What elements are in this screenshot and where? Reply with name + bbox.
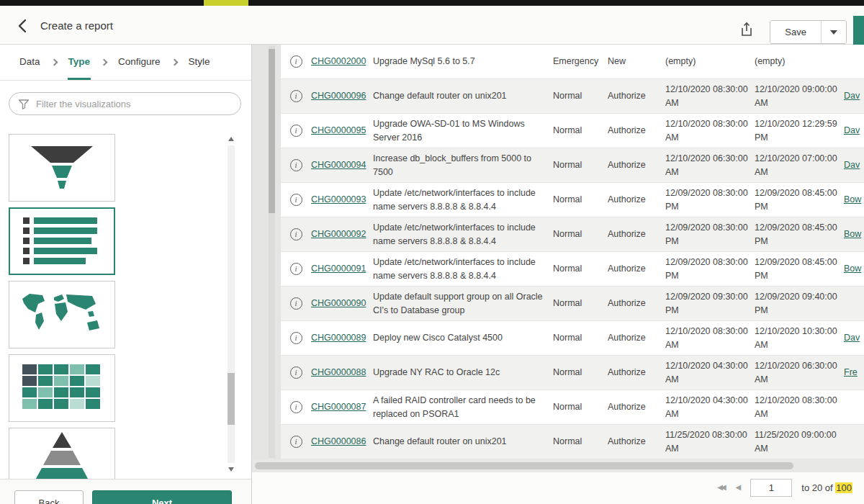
step-configure[interactable]: Configure: [117, 45, 161, 80]
info-icon[interactable]: [290, 436, 302, 448]
wizard-next-button[interactable]: Next: [92, 490, 232, 504]
step-style[interactable]: Style: [188, 45, 211, 80]
page-number-input[interactable]: [750, 479, 792, 497]
table-vertical-scrollbar[interactable]: [269, 46, 275, 458]
priority-value: Normal: [553, 158, 608, 171]
step-type[interactable]: Type: [68, 45, 91, 80]
planned-start-date: 12/10/2020 08:30:00 AM: [665, 325, 755, 351]
scroll-up-icon[interactable]: [228, 135, 235, 143]
scrollbar-thumb[interactable]: [228, 373, 235, 425]
assignee-link[interactable]: Fre: [844, 367, 858, 377]
info-icon[interactable]: [290, 55, 302, 68]
planned-end-date: 12/09/2020 08:45:00 PM: [755, 186, 844, 212]
world-map-icon: [18, 290, 106, 339]
planned-end-date: 12/09/2020 08:45:00 PM: [755, 256, 844, 282]
info-icon[interactable]: [290, 332, 302, 344]
viz-option-pyramid[interactable]: [9, 428, 115, 479]
table-row: CHG0002000 Upgrade MySql 5.6 to 5.7 Emer…: [281, 45, 864, 79]
change-number-link[interactable]: CHG0000090: [311, 298, 366, 308]
viz-option-world-map[interactable]: [9, 281, 115, 348]
table-row: CHG0000088 Upgrade NY RAC to Oracle 12c …: [281, 356, 864, 390]
planned-start-date: 12/10/2020 04:30:00 AM: [665, 359, 755, 385]
heatmap-chart-icon: [22, 364, 102, 412]
assignee-link[interactable]: Dav: [844, 160, 860, 170]
info-icon[interactable]: [290, 297, 302, 310]
priority-value: Normal: [553, 297, 608, 310]
info-icon[interactable]: [290, 366, 302, 379]
viz-option-list[interactable]: [9, 207, 115, 275]
info-icon[interactable]: [290, 263, 302, 275]
back-button[interactable]: [12, 15, 33, 37]
app-header: Create a report Save: [0, 6, 864, 45]
report-type-panel: Data Type Configure Style: [0, 45, 252, 504]
change-number-link[interactable]: CHG0000092: [311, 229, 366, 239]
assignee-link[interactable]: Dav: [844, 91, 860, 101]
info-icon[interactable]: [290, 159, 302, 171]
change-number-link[interactable]: CHG0000096: [311, 91, 366, 101]
step-separator-icon: [172, 45, 177, 80]
change-number-link[interactable]: CHG0000093: [311, 194, 366, 204]
change-number-link[interactable]: CHG0000091: [311, 264, 366, 274]
priority-value: Emergency: [553, 55, 608, 68]
viz-option-funnel[interactable]: [9, 134, 115, 202]
first-page-icon[interactable]: ◀◀: [717, 479, 726, 491]
state-value: Authorize: [608, 124, 665, 137]
planned-start-date: (empty): [665, 55, 755, 68]
planned-end-date: 12/10/2020 06:30:00 AM: [755, 359, 844, 385]
change-number-link[interactable]: CHG0002000: [311, 56, 366, 66]
viz-option-heatmap[interactable]: [9, 354, 115, 422]
planned-end-date: 12/10/2020 08:30:00 AM: [755, 394, 844, 420]
state-value: Authorize: [608, 262, 665, 275]
table-horizontal-scrollbar-thumb[interactable]: [255, 462, 793, 469]
pagination-bar: ◀◀ ◀ to 20 of 100: [252, 472, 864, 504]
info-icon[interactable]: [290, 90, 302, 102]
planned-end-date: 12/09/2020 09:40:00 PM: [755, 290, 844, 316]
visualization-scrollbar[interactable]: [227, 135, 235, 473]
wizard-back-button[interactable]: Back: [14, 490, 84, 504]
priority-value: Normal: [553, 400, 608, 413]
table-vertical-scrollbar-thumb[interactable]: [269, 49, 275, 213]
top-accent-yellow-segment: [204, 0, 248, 6]
scrollbar-track[interactable]: [228, 145, 235, 463]
info-icon[interactable]: [290, 401, 302, 413]
change-number-link[interactable]: CHG0000094: [311, 160, 366, 170]
planned-start-date: 12/09/2020 09:30:00 PM: [665, 290, 755, 316]
step-separator-icon: [52, 45, 57, 80]
info-icon[interactable]: [290, 125, 302, 137]
save-split-button: Save: [770, 20, 847, 44]
assignee-link[interactable]: Bow: [844, 264, 861, 274]
change-number-link[interactable]: CHG0000086: [311, 436, 366, 446]
save-dropdown-button[interactable]: [822, 21, 846, 43]
info-icon[interactable]: [290, 228, 302, 240]
change-number-link[interactable]: CHG0000088: [311, 367, 366, 377]
state-value: Authorize: [608, 89, 665, 102]
priority-value: Normal: [553, 331, 608, 344]
share-button[interactable]: [737, 20, 756, 39]
assignee-link[interactable]: Bow: [844, 194, 861, 204]
table-row: CHG0000089 Deploy new Cisco Catalyst 450…: [281, 321, 864, 356]
change-number-link[interactable]: CHG0000089: [311, 333, 366, 343]
wizard-steps: Data Type Configure Style: [0, 45, 251, 81]
table-row: CHG0000096 Change default router on unix…: [281, 79, 864, 114]
info-icon[interactable]: [290, 194, 302, 206]
save-button[interactable]: Save: [770, 21, 821, 43]
priority-value: Normal: [553, 193, 608, 206]
short-description: Upgrade OWA-SD-01 to MS Windows Server 2…: [373, 117, 553, 143]
previous-page-icon[interactable]: ◀: [736, 479, 742, 491]
planned-start-date: 12/09/2020 08:30:00 PM: [665, 221, 755, 247]
filter-visualizations-input[interactable]: [36, 99, 232, 109]
planned-start-date: 11/25/2020 08:30:00 AM: [665, 428, 755, 454]
priority-value: Normal: [553, 366, 608, 379]
assignee-link[interactable]: Dav: [844, 333, 860, 343]
table-horizontal-scrollbar[interactable]: [252, 459, 864, 472]
assignee-link[interactable]: Dav: [844, 125, 860, 135]
change-number-link[interactable]: CHG0000095: [311, 125, 366, 135]
step-data[interactable]: Data: [19, 45, 41, 80]
scroll-down-icon[interactable]: [228, 466, 235, 473]
planned-start-date: 12/09/2020 08:30:00 PM: [665, 256, 755, 282]
assignee-link[interactable]: Bow: [844, 229, 861, 239]
priority-value: Normal: [553, 89, 608, 102]
step-separator-icon: [102, 45, 107, 80]
planned-end-date: 12/09/2020 08:45:00 PM: [755, 221, 844, 247]
change-number-link[interactable]: CHG0000087: [311, 402, 366, 412]
